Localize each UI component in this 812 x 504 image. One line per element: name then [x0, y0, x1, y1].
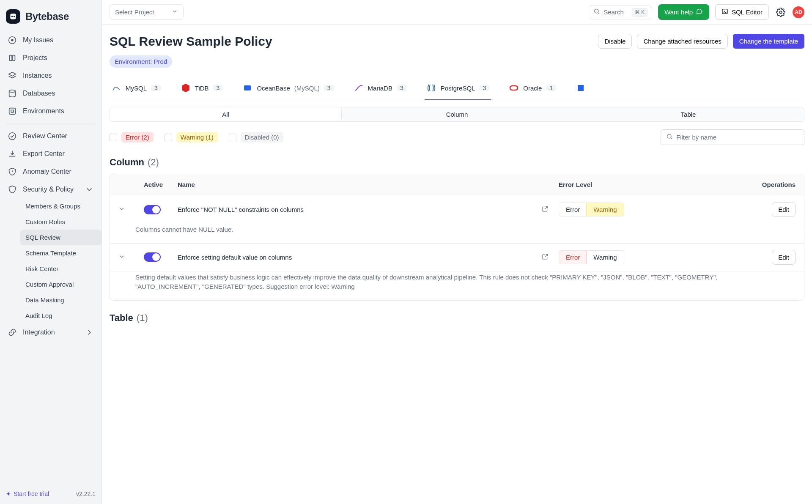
tab-count: 3: [324, 85, 334, 91]
circle-dot-icon: [8, 36, 17, 45]
chat-icon: [696, 8, 703, 16]
sidebar-item-integration[interactable]: Integration: [3, 323, 99, 341]
layers-icon: [8, 53, 17, 63]
select-project-dropdown[interactable]: Select Project: [110, 4, 184, 20]
oracle-icon: [509, 83, 519, 93]
sidebar-item-label: Instances: [23, 72, 52, 79]
level-warning-option[interactable]: Warning: [587, 251, 623, 264]
subtab-all[interactable]: All: [110, 107, 342, 122]
sidebar-sub-custom-approval[interactable]: Custom Approval: [20, 277, 102, 292]
svg-rect-0: [10, 14, 16, 19]
col-error-level: Error Level: [559, 181, 719, 188]
sparkle-icon: ✦: [6, 490, 11, 497]
filter-by-name-input[interactable]: Filter by name: [661, 129, 804, 145]
sidebar-item-label: Databases: [23, 90, 55, 97]
brand-name: Bytebase: [25, 11, 69, 22]
sidebar-item-label: Projects: [23, 54, 47, 62]
tab-oracle[interactable]: Oracle 1: [507, 79, 558, 100]
expand-toggle[interactable]: [118, 205, 144, 214]
sidebar-item-review-center[interactable]: Review Center: [3, 127, 99, 145]
tab-postgresql[interactable]: PostgreSQL 3: [425, 79, 491, 100]
sidebar-item-export-center[interactable]: Export Center: [3, 145, 99, 163]
page-title: SQL Review Sample Policy: [110, 34, 272, 49]
svg-rect-18: [510, 86, 518, 90]
sidebar-item-environments[interactable]: Environments: [3, 102, 99, 120]
active-toggle[interactable]: [144, 205, 161, 214]
mariadb-icon: [354, 83, 364, 93]
tab-mysql[interactable]: MySQL 3: [110, 79, 163, 100]
download-icon: [8, 149, 17, 159]
sidebar-sub-sql-review[interactable]: SQL Review: [20, 230, 102, 245]
column-rules-table: Active Name Error Level Operations Enfor…: [110, 174, 804, 301]
sidebar-item-my-issues[interactable]: My Issues: [3, 31, 99, 49]
tab-oceanbase[interactable]: OceanBase (MySQL) 3: [241, 79, 335, 100]
change-resources-button[interactable]: Change attached resources: [637, 34, 727, 49]
link-icon: [8, 328, 17, 337]
rule-description: Columns cannot have NULL value.: [110, 224, 804, 243]
subtab-table[interactable]: Table: [573, 107, 804, 121]
sql-editor-button[interactable]: SQL Editor: [715, 4, 769, 20]
level-error-option[interactable]: Error: [559, 250, 587, 264]
sidebar-sub-audit-log[interactable]: Audit Log: [20, 308, 102, 323]
tidb-icon: [181, 83, 191, 93]
sidebar-item-label: Environments: [23, 107, 64, 115]
sidebar-sub-data-masking[interactable]: Data Masking: [20, 292, 102, 308]
sidebar-sub-custom-roles[interactable]: Custom Roles: [20, 214, 102, 230]
sidebar-item-databases[interactable]: Databases: [3, 85, 99, 102]
filter-warning-checkbox[interactable]: Warning (1): [165, 132, 218, 142]
sidebar-item-projects[interactable]: Projects: [3, 49, 99, 67]
edit-button[interactable]: Edit: [772, 250, 796, 265]
col-name: Name: [178, 181, 542, 188]
search-input[interactable]: Search ⌘ K: [589, 5, 652, 19]
sidebar-sub-schema-template[interactable]: Schema Template: [20, 245, 102, 261]
disable-button[interactable]: Disable: [598, 34, 632, 49]
brand-mark-icon: [6, 9, 20, 24]
active-toggle[interactable]: [144, 252, 161, 262]
sidebar-sub-members-groups[interactable]: Members & Groups: [20, 198, 102, 214]
expand-toggle[interactable]: [118, 253, 144, 261]
error-level-segmented: Error Warning: [559, 250, 624, 264]
edit-button[interactable]: Edit: [772, 202, 796, 217]
tab-count: 3: [151, 85, 161, 91]
svg-marker-16: [182, 84, 189, 92]
avatar[interactable]: AD: [793, 6, 804, 18]
svg-rect-6: [13, 55, 15, 61]
subtab-column[interactable]: Column: [341, 107, 573, 121]
svg-point-10: [9, 133, 16, 140]
section-count: (2): [148, 157, 159, 168]
svg-rect-9: [9, 108, 16, 115]
brand-logo[interactable]: Bytebase: [0, 5, 102, 31]
topbar: Select Project Search ⌘ K Want help SQL …: [102, 0, 812, 25]
change-template-button[interactable]: Change the template: [733, 34, 804, 49]
mysql-icon: [111, 83, 121, 93]
sidebar-item-anomaly-center[interactable]: Anomaly Center: [3, 163, 99, 181]
environment-tag[interactable]: Environment: Prod: [110, 55, 172, 68]
tab-variant: (MySQL): [294, 85, 320, 92]
level-warning-option[interactable]: Warning: [586, 203, 624, 216]
tab-tidb[interactable]: TiDB 3: [179, 79, 225, 100]
tab-mariadb[interactable]: MariaDB 3: [352, 79, 409, 100]
external-link-icon[interactable]: [542, 205, 559, 214]
want-help-button[interactable]: Want help: [658, 4, 709, 20]
environment-icon: [8, 107, 17, 116]
tab-more[interactable]: [574, 79, 587, 100]
sidebar-sub-risk-center[interactable]: Risk Center: [20, 261, 102, 277]
filter-disabled-checkbox[interactable]: Disabled (0): [229, 132, 283, 142]
version-label: v2.22.1: [76, 490, 96, 497]
filter-placeholder: Filter by name: [676, 134, 716, 141]
sidebar-item-instances[interactable]: Instances: [3, 67, 99, 85]
level-error-option[interactable]: Error: [559, 203, 587, 216]
filter-error-checkbox[interactable]: Error (2): [110, 132, 154, 142]
sidebar-item-security-policy[interactable]: Security & Policy: [3, 181, 99, 198]
chevron-down-icon: [171, 8, 178, 16]
select-project-label: Select Project: [115, 8, 154, 16]
search-placeholder: Search: [604, 8, 628, 16]
svg-point-11: [595, 9, 598, 13]
tab-count: 3: [397, 85, 407, 91]
settings-button[interactable]: [775, 6, 787, 18]
start-trial-link[interactable]: ✦ Start free trial: [6, 490, 49, 497]
section-title-table: Table: [110, 312, 133, 323]
filter-error-label: Error (2): [121, 132, 154, 142]
rule-row: Enforce "NOT NULL" constraints on column…: [110, 195, 804, 224]
external-link-icon[interactable]: [542, 253, 559, 261]
